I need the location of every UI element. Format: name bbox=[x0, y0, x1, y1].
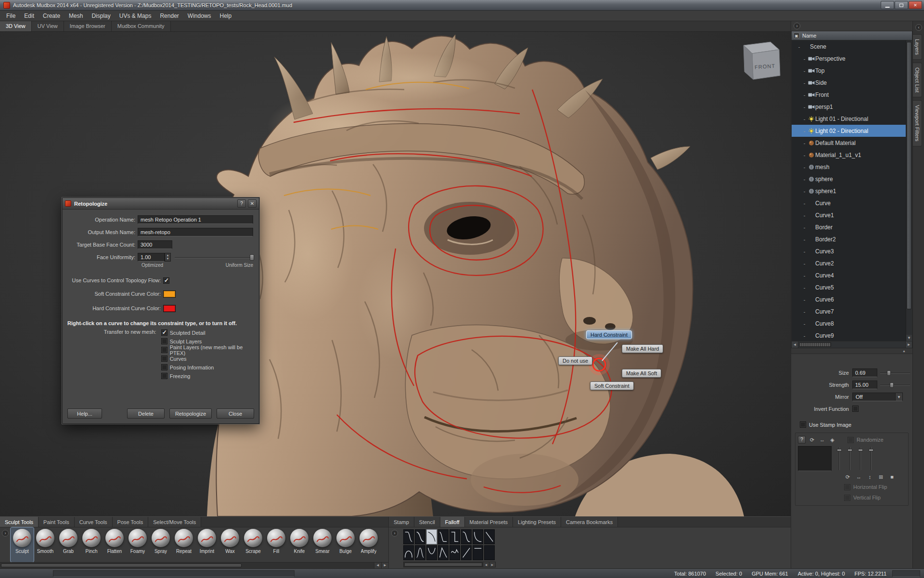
hard-color-swatch[interactable] bbox=[163, 305, 176, 312]
view-tab-uv-view[interactable]: UV View bbox=[32, 21, 64, 31]
tree-item-curve6[interactable]: -Curve6 bbox=[792, 293, 912, 305]
randomize-checkbox[interactable] bbox=[847, 437, 854, 443]
menu-create[interactable]: Create bbox=[38, 11, 64, 21]
close-button[interactable]: Close bbox=[217, 408, 254, 419]
falloff-s-steep-icon[interactable] bbox=[461, 529, 472, 544]
rotate-icon[interactable]: ⟳ bbox=[808, 437, 816, 443]
tool-tab-paint-tools[interactable]: Paint Tools bbox=[38, 517, 75, 527]
use-stamp-checkbox[interactable] bbox=[800, 421, 806, 428]
preset-tab-camera-bookmarks[interactable]: Camera Bookmarks bbox=[561, 517, 618, 527]
view-cube[interactable]: FRONT bbox=[744, 42, 780, 79]
minimize-button[interactable] bbox=[881, 1, 894, 9]
menu-edit[interactable]: Edit bbox=[20, 11, 38, 21]
falloff-bell-icon[interactable] bbox=[415, 545, 425, 560]
scroll-right-icon[interactable]: ► bbox=[489, 562, 495, 567]
dialog-help-button[interactable]: ? bbox=[237, 199, 246, 208]
tool-sculpt[interactable]: Sculpt bbox=[11, 527, 34, 562]
size-input[interactable] bbox=[852, 368, 877, 377]
scroll-down-icon[interactable]: ▼ bbox=[906, 335, 912, 341]
tree-item-curve2[interactable]: -Curve2 bbox=[792, 257, 912, 269]
object-list-vscrollbar[interactable]: ▼ bbox=[906, 40, 912, 341]
view-tab-3d-view[interactable]: 3D View bbox=[0, 21, 32, 31]
tool-smooth[interactable]: Smooth bbox=[34, 527, 57, 562]
transfer-option-paint-layers-new-mesh-will-be-ptex[interactable]: Paint Layers (new mesh will be PTEX) bbox=[161, 346, 255, 354]
tree-item-curve9[interactable]: -Curve9 bbox=[792, 329, 912, 342]
tool-imprint[interactable]: Imprint bbox=[195, 527, 218, 562]
retopologize-dialog[interactable]: Retopologize ? ✕ Operation Name: Output … bbox=[62, 197, 259, 424]
tree-item-light-02-directional[interactable]: -Light 02 - Directional bbox=[792, 125, 912, 137]
tree-item-side[interactable]: -Side bbox=[792, 77, 912, 89]
retopologize-button[interactable]: Retopologize bbox=[169, 408, 212, 419]
tool-amplify[interactable]: Amplify bbox=[357, 527, 380, 562]
menu-help[interactable]: Help bbox=[216, 11, 236, 21]
vertical-flip-checkbox[interactable] bbox=[844, 495, 850, 501]
side-tab-layers[interactable]: Layers bbox=[913, 34, 922, 60]
face-uniformity-slider[interactable] bbox=[175, 253, 255, 262]
tree-item-mesh[interactable]: -mesh bbox=[792, 161, 912, 173]
delete-button[interactable]: Delete bbox=[127, 408, 165, 419]
output-mesh-input[interactable] bbox=[138, 228, 253, 236]
menu-mesh[interactable]: Mesh bbox=[64, 11, 87, 21]
checkbox[interactable] bbox=[161, 329, 167, 336]
preset-tab-lighting-presets[interactable]: Lighting Presets bbox=[513, 517, 561, 527]
panel-collapse-icon[interactable]: › bbox=[794, 23, 800, 29]
checkbox[interactable] bbox=[161, 347, 167, 353]
soft-color-swatch[interactable] bbox=[163, 290, 176, 298]
tree-item-light-01-directional[interactable]: -Light 01 - Directional bbox=[792, 113, 912, 125]
tool-foamy[interactable]: Foamy bbox=[126, 527, 149, 562]
help-button[interactable]: Help... bbox=[67, 408, 102, 419]
arrows-horizontal-icon[interactable]: ↔ bbox=[855, 474, 862, 480]
falloff-drop-plateau-icon[interactable] bbox=[438, 529, 449, 544]
falloff-step-icon[interactable] bbox=[449, 529, 460, 544]
grid-icon[interactable]: ⊞ bbox=[877, 474, 885, 480]
tree-item-default-material[interactable]: -Default Material bbox=[792, 137, 912, 149]
maximize-button[interactable] bbox=[895, 1, 908, 9]
use-curves-checkbox[interactable] bbox=[163, 277, 169, 284]
flip-horizontal-icon[interactable]: ↔ bbox=[819, 437, 826, 443]
tree-item-curve4[interactable]: -Curve4 bbox=[792, 269, 912, 281]
strip-collapse-icon[interactable]: ‹ bbox=[915, 24, 922, 31]
tree-item-front[interactable]: -Front bbox=[792, 89, 912, 101]
scroll-left-icon[interactable]: ◄ bbox=[483, 562, 489, 567]
side-tab-viewport-filters[interactable]: Viewport Filters bbox=[913, 100, 922, 146]
tool-pinch[interactable]: Pinch bbox=[80, 527, 103, 562]
dialog-close-button[interactable]: ✕ bbox=[248, 199, 257, 208]
tool-tab-sculpt-tools[interactable]: Sculpt Tools bbox=[0, 517, 38, 527]
tree-item-curve[interactable]: -Curve bbox=[792, 197, 912, 209]
falloff-spike-icon[interactable] bbox=[438, 545, 449, 560]
tree-item-persp1[interactable]: -persp1 bbox=[792, 101, 912, 113]
invert-function-checkbox[interactable] bbox=[852, 406, 859, 412]
transfer-option-freezing[interactable]: Freezing bbox=[161, 372, 255, 380]
falloff-ease-in-icon[interactable] bbox=[473, 529, 483, 544]
tool-bulge[interactable]: Bulge bbox=[334, 527, 357, 562]
checkbox[interactable] bbox=[161, 355, 167, 362]
falloff-collapse-icon[interactable]: › bbox=[391, 530, 398, 537]
stamp-help-icon[interactable]: ? bbox=[798, 436, 806, 444]
diamond-icon[interactable]: ◈ bbox=[829, 437, 836, 443]
tree-item-material-1-u1-v1[interactable]: -Material_1_u1_v1 bbox=[792, 149, 912, 161]
scroll-left-icon[interactable]: ◄ bbox=[792, 342, 798, 348]
transfer-option-posing-information[interactable]: Posing Information bbox=[161, 364, 255, 371]
menu-windows[interactable]: Windows bbox=[183, 11, 216, 21]
tree-item-curve1[interactable]: -Curve1 bbox=[792, 209, 912, 221]
view-tab-mudbox-community[interactable]: Mudbox Community bbox=[112, 21, 171, 31]
checkbox[interactable] bbox=[161, 338, 167, 344]
tool-tab-pose-tools[interactable]: Pose Tools bbox=[113, 517, 149, 527]
falloff-ramp-up-icon[interactable] bbox=[461, 545, 472, 560]
tree-item-border2[interactable]: -Border2 bbox=[792, 233, 912, 245]
menu-uvs-maps[interactable]: UVs & Maps bbox=[115, 11, 156, 21]
stamp-slider[interactable] bbox=[848, 447, 852, 470]
marking-item-soft-constraint[interactable]: Soft Constraint bbox=[590, 381, 634, 390]
preset-tab-material-presets[interactable]: Material Presets bbox=[465, 517, 513, 527]
tree-item-scene[interactable]: -Scene bbox=[792, 40, 912, 53]
falloff-plateau-drop-icon[interactable] bbox=[403, 529, 414, 544]
tree-item-sphere[interactable]: -sphere bbox=[792, 173, 912, 185]
falloff-wave-icon[interactable] bbox=[449, 545, 460, 560]
falloff-ease-out-icon[interactable] bbox=[426, 529, 437, 544]
tool-knife[interactable]: Knife bbox=[288, 527, 311, 562]
object-list-header[interactable]: ▣ Name bbox=[791, 31, 912, 40]
falloff-dip-icon[interactable] bbox=[426, 545, 437, 560]
tool-grab[interactable]: Grab bbox=[57, 527, 80, 562]
strength-slider[interactable] bbox=[880, 381, 910, 389]
falloff-dome-icon[interactable] bbox=[403, 545, 414, 560]
